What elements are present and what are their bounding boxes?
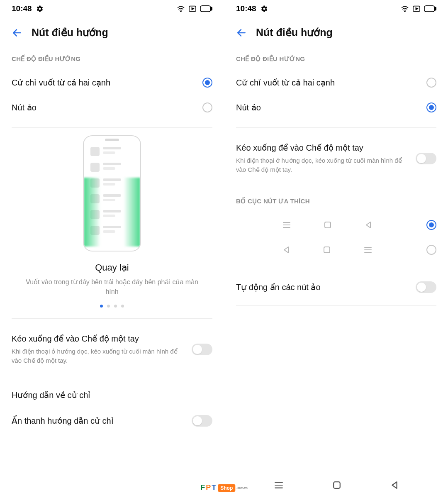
button-layout-option-1[interactable] bbox=[236, 212, 436, 237]
svg-point-0 bbox=[180, 11, 181, 12]
radio-selected-icon[interactable] bbox=[426, 220, 436, 230]
square-icon bbox=[324, 221, 331, 229]
svg-marker-17 bbox=[284, 247, 288, 253]
triangle-back-icon bbox=[365, 221, 372, 229]
system-nav-bar bbox=[224, 472, 448, 498]
one-hand-mode-row[interactable]: Kéo xuống để vào Chế độ một tay Khi điện… bbox=[12, 326, 212, 373]
auto-hide-row[interactable]: Tự động ẩn các nút ảo bbox=[236, 274, 436, 300]
option-buttons-label: Nút ảo bbox=[12, 103, 37, 112]
auto-hide-label: Tự động ẩn các nút ảo bbox=[236, 282, 321, 292]
svg-rect-3 bbox=[200, 6, 211, 12]
battery-icon bbox=[424, 5, 436, 12]
page-title: Nút điều hướng bbox=[32, 27, 108, 39]
hide-gesture-bar-label: Ẩn thanh hướng dẫn cử chỉ bbox=[12, 416, 114, 426]
option-virtual-buttons[interactable]: Nút ảo bbox=[236, 95, 436, 120]
back-icon[interactable] bbox=[236, 27, 247, 38]
toggle-off-icon[interactable] bbox=[192, 415, 212, 427]
svg-rect-9 bbox=[424, 6, 435, 12]
illustration-title: Quay lại bbox=[95, 262, 129, 273]
status-bar: 10:48 bbox=[0, 0, 224, 16]
back-icon[interactable] bbox=[12, 27, 22, 38]
svg-marker-16 bbox=[366, 222, 370, 228]
section-layout-title: BỐ CỤC NÚT ƯA THÍCH bbox=[236, 198, 436, 205]
svg-rect-18 bbox=[324, 247, 330, 253]
dot-icon[interactable] bbox=[114, 305, 117, 308]
radio-selected-icon[interactable] bbox=[202, 78, 212, 88]
phone-illustration-icon bbox=[83, 135, 141, 251]
menu-icon bbox=[364, 247, 372, 253]
nav-back-icon[interactable] bbox=[390, 481, 399, 489]
menu-icon bbox=[282, 222, 291, 228]
status-time: 10:48 bbox=[236, 4, 256, 13]
one-hand-desc: Khi điện thoại ở hướng dọc, kéo xuống từ… bbox=[236, 156, 407, 174]
nav-menu-icon[interactable] bbox=[274, 481, 283, 489]
cast-icon bbox=[188, 5, 197, 12]
cast-icon bbox=[412, 5, 421, 12]
page-title: Nút điều hướng bbox=[256, 27, 333, 39]
divider bbox=[12, 127, 212, 128]
radio-selected-icon[interactable] bbox=[426, 103, 436, 112]
square-icon bbox=[323, 246, 331, 254]
svg-rect-4 bbox=[211, 7, 212, 10]
one-hand-desc: Khi điện thoại ở hướng dọc, kéo xuống từ… bbox=[12, 347, 183, 365]
svg-marker-2 bbox=[192, 8, 194, 10]
wifi-icon bbox=[177, 5, 185, 12]
radio-unselected-icon[interactable] bbox=[202, 103, 212, 112]
gear-icon bbox=[261, 5, 268, 12]
option-swipe-both[interactable]: Cử chỉ vuốt từ cả hai cạnh bbox=[12, 70, 212, 95]
svg-marker-26 bbox=[392, 482, 397, 488]
dot-icon[interactable] bbox=[121, 305, 124, 308]
section-mode-title: CHẾ ĐỘ ĐIỀU HƯỚNG bbox=[236, 55, 436, 63]
radio-unselected-icon[interactable] bbox=[426, 245, 436, 255]
carousel-dots[interactable] bbox=[100, 305, 124, 308]
svg-point-6 bbox=[404, 11, 405, 12]
toggle-off-icon[interactable] bbox=[416, 153, 436, 164]
svg-rect-10 bbox=[435, 7, 436, 10]
watermark-logo: F P T Shop .com.vn bbox=[200, 483, 247, 492]
toggle-off-icon[interactable] bbox=[416, 281, 436, 293]
status-bar: 10:48 bbox=[224, 0, 448, 16]
page-header: Nút điều hướng bbox=[224, 16, 448, 43]
option-buttons-label: Nút ảo bbox=[236, 103, 261, 112]
option-swipe-both[interactable]: Cử chỉ vuốt từ cả hai cạnh bbox=[236, 70, 436, 95]
button-layout-option-2[interactable] bbox=[236, 237, 436, 262]
status-time: 10:48 bbox=[12, 4, 32, 13]
one-hand-title: Kéo xuống để vào Chế độ một tay bbox=[236, 143, 407, 153]
radio-unselected-icon[interactable] bbox=[426, 78, 436, 88]
toggle-off-icon[interactable] bbox=[192, 344, 212, 355]
option-swipe-label: Cử chỉ vuốt từ cả hai cạnh bbox=[12, 78, 110, 88]
one-hand-mode-row[interactable]: Kéo xuống để vào Chế độ một tay Khi điện… bbox=[236, 135, 436, 182]
svg-rect-15 bbox=[325, 222, 331, 228]
nav-home-icon[interactable] bbox=[333, 481, 341, 489]
wifi-icon bbox=[401, 5, 409, 12]
page-header: Nút điều hướng bbox=[0, 16, 224, 43]
watermark-f: F bbox=[200, 483, 205, 492]
divider bbox=[12, 318, 212, 319]
one-hand-title: Kéo xuống để vào Chế độ một tay bbox=[12, 334, 183, 344]
dot-icon[interactable] bbox=[107, 305, 110, 308]
dot-icon[interactable] bbox=[100, 305, 103, 308]
gesture-illustration: Quay lại Vuốt vào trong từ đáy bên trái … bbox=[12, 135, 212, 308]
svg-rect-25 bbox=[334, 482, 340, 488]
watermark-p: P bbox=[206, 483, 211, 492]
watermark-shop: Shop bbox=[218, 484, 235, 492]
watermark-t: T bbox=[212, 483, 216, 492]
gesture-guide-row[interactable]: Hướng dẫn về cử chỉ bbox=[12, 383, 212, 408]
section-mode-title: CHẾ ĐỘ ĐIỀU HƯỚNG bbox=[12, 55, 212, 63]
hide-gesture-bar-row[interactable]: Ẩn thanh hướng dẫn cử chỉ bbox=[12, 408, 212, 427]
screen-left: 10:48 Nút điều hướng CHẾ ĐỘ ĐIỀU HƯỚNG C… bbox=[0, 0, 224, 498]
battery-icon bbox=[200, 5, 212, 12]
triangle-back-icon bbox=[282, 246, 290, 254]
option-virtual-buttons[interactable]: Nút ảo bbox=[12, 95, 212, 120]
gear-icon bbox=[36, 5, 44, 12]
watermark-vn: .com.vn bbox=[236, 486, 247, 489]
illustration-description: Vuốt vào trong từ đáy bên trái hoặc đáy … bbox=[19, 277, 205, 296]
divider bbox=[236, 305, 436, 306]
screen-right: 10:48 Nút điều hướng CHẾ ĐỘ ĐIỀU HƯỚNG C… bbox=[224, 0, 448, 498]
divider bbox=[236, 127, 436, 128]
svg-marker-8 bbox=[416, 8, 418, 10]
option-swipe-label: Cử chỉ vuốt từ cả hai cạnh bbox=[236, 78, 335, 88]
gesture-guide-label: Hướng dẫn về cử chỉ bbox=[12, 390, 90, 400]
